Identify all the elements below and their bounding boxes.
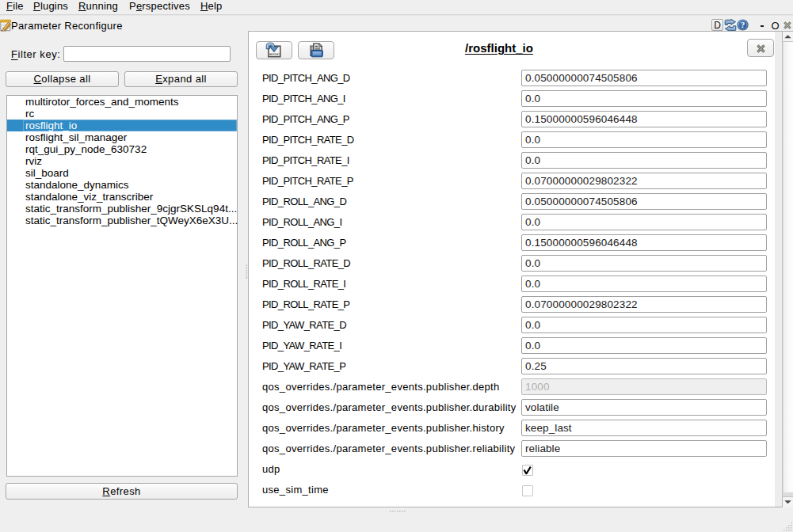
svg-text:?: ? <box>741 21 745 29</box>
